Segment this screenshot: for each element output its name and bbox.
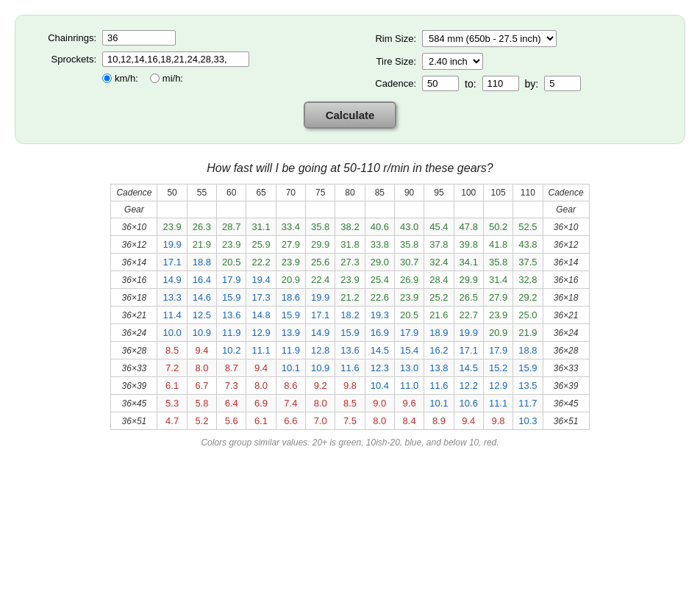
speed-value: 15.4	[394, 342, 424, 359]
speed-value: 32.4	[424, 254, 454, 271]
empty-subheader	[335, 201, 365, 218]
gear-label-right: 36×24	[543, 324, 589, 342]
cadence-col-header: 60	[217, 185, 246, 201]
cadence-from-input[interactable]	[422, 76, 459, 91]
speed-value: 9.8	[335, 377, 365, 395]
speed-value: 17.3	[246, 289, 276, 307]
speed-value: 20.9	[483, 324, 512, 342]
gear-label-right: 36×14	[543, 254, 589, 271]
speed-value: 25.9	[246, 236, 276, 254]
gear-label-left: 36×33	[111, 359, 157, 377]
speed-value: 15.2	[483, 359, 512, 377]
speed-value: 22.2	[246, 254, 276, 271]
empty-subheader	[246, 201, 276, 218]
table-row: 36×514.75.25.66.16.67.07.58.08.48.99.49.…	[111, 412, 589, 430]
rim-row: Rim Size: 584 mm (650b - 27.5 inch)	[357, 30, 662, 47]
mih-option[interactable]: mi/h:	[150, 73, 183, 84]
table-row: 36×288.59.410.211.111.912.813.614.515.41…	[111, 342, 589, 359]
cadence-col-header: 70	[276, 185, 305, 201]
speed-value: 21.2	[335, 289, 365, 307]
speed-value: 31.4	[483, 271, 512, 289]
speed-value: 9.6	[394, 395, 424, 412]
speed-value: 25.4	[365, 271, 394, 289]
speed-value: 52.5	[513, 218, 543, 236]
gear-label-left: 36×28	[111, 342, 157, 359]
speed-value: 29.2	[513, 289, 543, 307]
speed-value: 15.9	[335, 324, 365, 342]
question-text: How fast will I be going at 50-110 r/min…	[15, 162, 685, 175]
speed-value: 23.9	[276, 254, 305, 271]
speed-value: 12.2	[454, 377, 483, 395]
speed-value: 16.9	[365, 324, 394, 342]
speed-value: 37.8	[424, 236, 454, 254]
sprockets-row: Sprockets:	[38, 51, 343, 67]
speed-value: 12.8	[306, 342, 335, 359]
speed-value: 6.7	[187, 377, 216, 395]
speed-value: 43.0	[394, 218, 424, 236]
mih-radio[interactable]	[150, 74, 160, 83]
speed-value: 7.2	[157, 359, 187, 377]
speed-unit-row: km/h: mi/h:	[38, 73, 343, 84]
speed-value: 34.1	[454, 254, 483, 271]
speed-value: 19.9	[306, 289, 335, 307]
kmh-option[interactable]: km/h:	[102, 73, 138, 84]
speed-value: 19.4	[246, 271, 276, 289]
speed-value: 28.4	[424, 271, 454, 289]
table-row: 36×1023.926.328.731.133.435.838.240.643.…	[111, 218, 589, 236]
empty-subheader	[217, 201, 246, 218]
gear-label-right: 36×12	[543, 236, 589, 254]
gear-header-left: Gear	[111, 201, 157, 218]
table-row: 36×455.35.86.46.97.48.08.59.09.610.110.6…	[111, 395, 589, 412]
speed-value: 10.1	[424, 395, 454, 412]
rim-select[interactable]: 584 mm (650b - 27.5 inch)	[422, 30, 557, 47]
speed-value: 41.8	[483, 236, 512, 254]
speed-value: 29.9	[306, 236, 335, 254]
table-row: 36×1219.921.923.925.927.929.931.833.835.…	[111, 236, 589, 254]
speed-value: 26.9	[394, 271, 424, 289]
sprockets-input[interactable]	[102, 51, 249, 67]
speed-value: 14.5	[454, 359, 483, 377]
empty-subheader	[157, 201, 187, 218]
speed-value: 32.8	[513, 271, 543, 289]
chainrings-input[interactable]	[102, 30, 176, 46]
speed-value: 17.1	[306, 307, 335, 324]
cadence-by-input[interactable]	[544, 76, 581, 91]
speed-value: 35.8	[483, 254, 512, 271]
gear-label-right: 36×39	[543, 377, 589, 395]
speed-value: 27.3	[335, 254, 365, 271]
gear-label-left: 36×12	[111, 236, 157, 254]
table-row: 36×1614.916.417.919.420.922.423.925.426.…	[111, 271, 589, 289]
empty-subheader	[394, 201, 424, 218]
speed-value: 7.4	[276, 395, 305, 412]
speed-value: 12.5	[187, 307, 216, 324]
speed-value: 38.2	[335, 218, 365, 236]
cadence-col-header: 80	[335, 185, 365, 201]
speed-value: 45.4	[424, 218, 454, 236]
speed-value: 29.9	[454, 271, 483, 289]
gear-header-right: Gear	[543, 201, 589, 218]
speed-value: 17.1	[454, 342, 483, 359]
speed-value: 28.7	[217, 218, 246, 236]
gear-label-right: 36×21	[543, 307, 589, 324]
speed-value: 9.2	[306, 377, 335, 395]
cadence-col-header: 65	[246, 185, 276, 201]
speed-value: 18.2	[335, 307, 365, 324]
speed-value: 21.9	[187, 236, 216, 254]
cadence-col-header: 50	[157, 185, 187, 201]
speed-value: 6.9	[246, 395, 276, 412]
tire-select[interactable]: 2.40 inch	[422, 53, 483, 70]
table-row: 36×2410.010.911.912.913.914.915.916.917.…	[111, 324, 589, 342]
cadence-to-input[interactable]	[482, 76, 519, 91]
speed-value: 19.9	[157, 236, 187, 254]
kmh-radio[interactable]	[102, 74, 112, 83]
empty-subheader	[424, 201, 454, 218]
speed-value: 15.9	[217, 289, 246, 307]
speed-value: 14.8	[246, 307, 276, 324]
calculate-button[interactable]: Calculate	[304, 101, 397, 129]
gear-table: Cadence50556065707580859095100105110Cade…	[110, 184, 589, 430]
gear-label-left: 36×16	[111, 271, 157, 289]
gear-label-left: 36×18	[111, 289, 157, 307]
speed-value: 10.1	[276, 359, 305, 377]
cadence-label: Cadence:	[357, 78, 416, 89]
speed-value: 9.0	[365, 395, 394, 412]
